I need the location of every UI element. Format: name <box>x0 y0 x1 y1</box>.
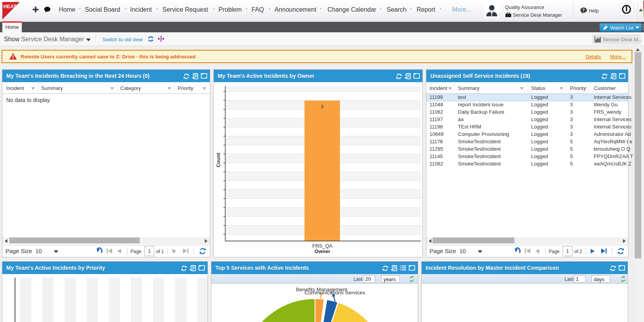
svg-text:FRS_QA: FRS_QA <box>312 243 333 249</box>
svg-text:Owner: Owner <box>315 248 330 254</box>
svg-text:Count: Count <box>215 153 221 167</box>
svg-text:HEAT: HEAT <box>4 4 17 9</box>
svg-text:3: 3 <box>320 104 323 109</box>
svg-text:Communications Services: Communications Services <box>304 290 365 296</box>
svg-text:?: ? <box>582 8 585 12</box>
